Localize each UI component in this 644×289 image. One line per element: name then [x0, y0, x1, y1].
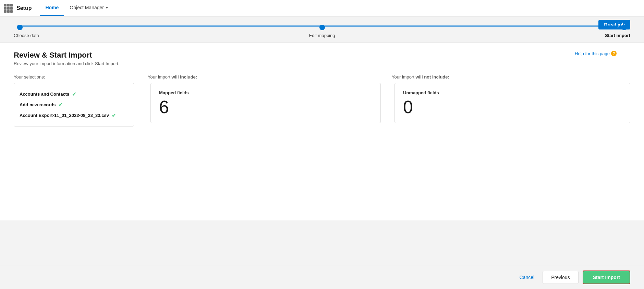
step-label-2: Edit mapping — [309, 33, 335, 38]
selection-item-1: Accounts and Contacts ✔ — [20, 89, 128, 99]
nav-tabs: Home Object Manager ▼ — [40, 0, 114, 16]
selection-item-3: Account Export-11_01_2022-08_23_33.csv ✔ — [20, 110, 128, 121]
selections-grid: Your selections: Accounts and Contacts ✔… — [14, 74, 630, 127]
selection-text-1: Accounts and Contacts — [20, 92, 69, 97]
selections-box: Accounts and Contacts ✔ Add new records … — [14, 83, 134, 127]
check-icon-1: ✔ — [72, 91, 76, 97]
page-title: Review & Start Import — [14, 51, 630, 60]
top-nav: Setup Home Object Manager ▼ — [0, 0, 644, 16]
step-label-3: Start import — [605, 33, 630, 38]
unmapped-fields-value: 0 — [403, 98, 622, 116]
include-label: Your import will include: — [148, 74, 381, 80]
help-icon: ? — [611, 51, 617, 56]
tab-home[interactable]: Home — [40, 0, 64, 16]
help-link[interactable]: Help for this page ? — [575, 51, 617, 56]
step-label-1: Choose data — [14, 33, 39, 38]
not-include-metric-box: Unmapped fields 0 — [394, 83, 630, 123]
progress-labels: Choose data Edit mapping Start import — [14, 30, 630, 42]
selection-item-2: Add new records ✔ — [20, 99, 128, 110]
content-header: Review & Start Import Review your import… — [14, 51, 630, 66]
include-metric-box: Mapped fields 6 — [150, 83, 381, 123]
chevron-down-icon: ▼ — [105, 6, 109, 10]
progress-track — [17, 22, 627, 30]
page-subtitle: Review your import information and click… — [14, 61, 630, 66]
check-icon-2: ✔ — [58, 101, 63, 108]
selection-text-2: Add new records — [20, 102, 56, 107]
main-content: Review & Start Import Review your import… — [0, 42, 644, 220]
mapped-fields-label: Mapped fields — [159, 90, 372, 95]
not-include-column: Your import will not include: Unmapped f… — [386, 74, 630, 127]
selections-label: Your selections: — [14, 74, 134, 80]
step-dot-1 — [17, 25, 23, 30]
grid-icon[interactable] — [4, 4, 12, 12]
progress-steps — [17, 25, 627, 30]
not-include-label: Your import will not include: — [392, 74, 630, 80]
check-icon-3: ✔ — [112, 112, 116, 119]
mapped-fields-value: 6 — [159, 98, 372, 116]
step-dot-2 — [319, 25, 325, 30]
app-name: Setup — [16, 5, 32, 11]
selection-text-3: Account Export-11_01_2022-08_23_33.csv — [20, 113, 109, 118]
progress-area: Great job Choose data Edit mapping Start… — [0, 16, 644, 42]
tab-object-manager[interactable]: Object Manager ▼ — [64, 0, 114, 16]
step-dot-3 — [621, 25, 627, 30]
include-column: Your import will include: Mapped fields … — [142, 74, 386, 127]
selections-column: Your selections: Accounts and Contacts ✔… — [14, 74, 142, 127]
help-link-text: Help for this page — [575, 51, 610, 56]
unmapped-fields-label: Unmapped fields — [403, 90, 622, 95]
